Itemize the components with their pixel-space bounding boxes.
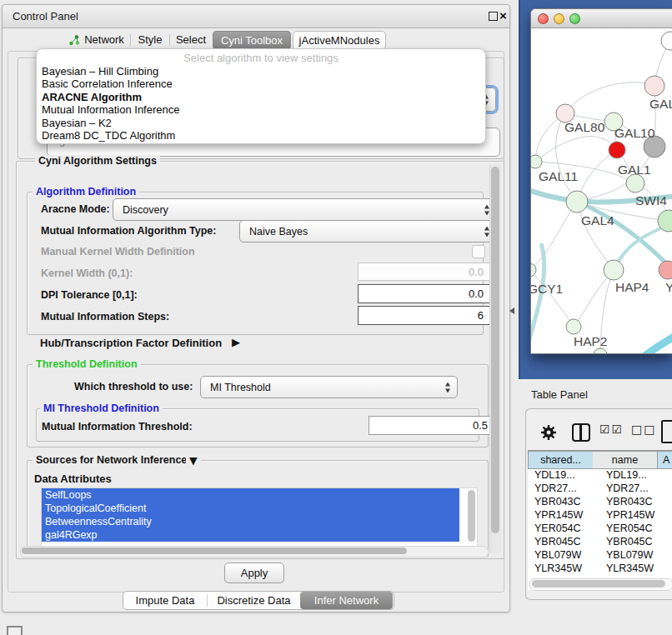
tab-jactivemnodules[interactable]: jActiveMNodules	[293, 31, 386, 50]
attribute-list-item[interactable]: BetweennessCentrality	[42, 515, 459, 528]
mi-steps-label: Mutual Information Steps:	[41, 311, 169, 322]
control-panel-window: Control Panel × Network Style Select Cyn…	[2, 4, 510, 612]
network-node-hap2[interactable]	[566, 319, 581, 334]
table-row[interactable]: YIL053CYIL053C9	[528, 575, 672, 578]
tab-discretize-data[interactable]: Discretize Data	[208, 592, 300, 609]
close-icon[interactable]: ×	[499, 8, 507, 24]
settings-vscrollbar-thumb[interactable]	[491, 167, 499, 533]
network-node-gal[interactable]	[644, 76, 664, 96]
attributes-list-scrollbar[interactable]	[468, 490, 475, 542]
algorithm-option[interactable]: Bayesian – Hill Climbing	[37, 65, 485, 78]
mi-type-combo[interactable]: Naive Bayes	[239, 220, 497, 242]
cyni-settings-group: Cyni Algorithm Settings Algorithm Defini…	[16, 161, 504, 559]
network-node-label: GAL1	[618, 162, 651, 177]
sources-title: Sources for Network Inference	[33, 454, 190, 466]
minimized-panel-icon[interactable]	[7, 626, 23, 635]
table-row[interactable]: YBL079WYBL079W	[528, 548, 672, 562]
dropdown-items: Bayesian – Hill ClimbingBasic Correlatio…	[37, 65, 485, 142]
algorithm-option[interactable]: Mutual Information Inference	[37, 103, 485, 116]
splitpane-collapse-icon[interactable]	[509, 308, 514, 314]
table-row[interactable]: YDR27...YDR27...12	[528, 482, 672, 495]
table-row[interactable]: YLR345WYLR345W9.	[528, 562, 672, 575]
table-row[interactable]: YBR045CYBR045C9.	[528, 535, 672, 548]
network-node-hap4[interactable]	[604, 260, 624, 280]
network-canvas[interactable]: GALGAL80GAL10GAL1GAL11GAL4SWI4GCY1HAP4YH…	[531, 28, 672, 353]
table-row[interactable]: YPR145WYPR145W9.	[528, 508, 672, 522]
algorithm-option[interactable]: ARACNE Algorithm	[37, 91, 485, 103]
cyni-settings-title: Cyni Algorithm Settings	[35, 155, 160, 167]
table-row[interactable]: YER054CYER054C8.	[528, 522, 672, 535]
mi-threshold-field[interactable]: 0.5	[369, 416, 494, 435]
mi-steps-field[interactable]: 6	[358, 306, 490, 325]
tab-network[interactable]: Network	[83, 31, 126, 48]
network-node-gal4[interactable]	[566, 191, 588, 212]
column-header-name[interactable]: name	[593, 451, 658, 469]
dropdown-prompt: Select algorithm to view settings	[37, 49, 485, 65]
network-node-label: HAP4	[615, 280, 649, 294]
network-node-gal1[interactable]	[626, 174, 644, 192]
data-attributes-list: SelfLoopsTopologicalCoefficientBetweenne…	[41, 488, 478, 547]
mi-threshold-title: MI Threshold Definition	[40, 402, 163, 414]
tab-impute-data[interactable]: Impute Data	[123, 592, 207, 609]
network-node-label: GAL10	[614, 126, 655, 140]
threshold-definition-title: Threshold Definition	[33, 358, 141, 370]
algorithm-definition-group: Algorithm Definition Aracne Mode: Discov…	[27, 192, 484, 335]
algorithm-option[interactable]: Basic Correlation Inference	[37, 78, 485, 90]
dpi-tolerance-label: DPI Tolerance [0,1]:	[41, 289, 138, 301]
manual-kernel-checkbox[interactable]	[472, 245, 485, 258]
aracne-mode-combo[interactable]: Discovery	[113, 198, 497, 221]
tab-select[interactable]: Select	[173, 31, 208, 48]
table-row[interactable]: YBR043CYBR043C	[528, 495, 672, 508]
mi-threshold-group: MI Threshold Definition Mutual Informati…	[36, 408, 479, 442]
table-row[interactable]: YDL19...YDL19...13	[528, 468, 672, 482]
algorithm-option[interactable]: Bayesian – K2	[37, 117, 485, 129]
select-all-checkboxes-icon[interactable]: ☑☑	[599, 422, 624, 436]
which-threshold-label: Which threshold to use:	[74, 381, 193, 392]
tab-cyni-toolbox[interactable]: Cyni Toolbox	[213, 31, 291, 50]
kernel-width-label: Kernel Width (0,1):	[41, 268, 133, 279]
gear-icon[interactable]	[540, 424, 557, 444]
network-node[interactable]	[661, 32, 672, 50]
network-node-label: HAP2	[574, 334, 608, 348]
sources-collapse-icon[interactable]: ▼	[186, 454, 201, 467]
network-window: GALGAL80GAL10GAL1GAL11GAL4SWI4GCY1HAP4YH…	[530, 8, 672, 354]
columns-icon[interactable]	[572, 423, 590, 442]
zoom-traffic-light[interactable]	[569, 13, 580, 24]
algorithm-dropdown: Select algorithm to view settings Bayesi…	[36, 48, 486, 144]
close-traffic-light[interactable]	[538, 13, 549, 24]
table-hscrollbar-thumb[interactable]	[532, 580, 665, 588]
table-panel-title: Table Panel	[531, 388, 588, 401]
deselect-all-checkboxes-icon[interactable]: □□	[631, 422, 656, 436]
hub-definition-expander[interactable]: Hub/Transcription Factor Definition	[40, 337, 222, 349]
minimize-traffic-light[interactable]	[554, 13, 564, 24]
network-node-y[interactable]	[659, 261, 672, 279]
network-node[interactable]	[594, 348, 607, 353]
threshold-definition-group: Threshold Definition Which threshold to …	[27, 364, 489, 448]
algorithm-option[interactable]: Dream8 DC_TDC Algorithm	[37, 129, 485, 142]
column-header-partial[interactable]: A	[658, 451, 672, 469]
control-panel-titlebar[interactable]: Control Panel ×	[3, 5, 509, 28]
panel-title: Control Panel	[13, 10, 78, 22]
apply-button[interactable]: Apply	[224, 562, 284, 583]
tab-infer-network[interactable]: Infer Network	[300, 592, 393, 609]
hub-expander-arrow-icon[interactable]: ▶	[232, 336, 240, 348]
float-window-icon[interactable]	[489, 12, 498, 21]
network-node-gal11[interactable]	[531, 155, 542, 168]
mi-type-label: Mutual Information Algorithm Type:	[41, 225, 216, 237]
network-window-titlebar[interactable]	[531, 9, 672, 28]
attribute-list-item[interactable]: gal4RGexp	[42, 528, 459, 542]
table-panel-card: ☑☑ □□ shared... name A YDL19...YDL19...1…	[525, 408, 672, 600]
kernel-width-field[interactable]: 0.0	[358, 262, 490, 281]
which-threshold-combo[interactable]: MI Threshold	[200, 376, 458, 398]
settings-hscrollbar-thumb[interactable]	[22, 548, 407, 554]
dpi-tolerance-field[interactable]: 0.0	[358, 284, 490, 303]
network-node-label: GAL11	[539, 169, 578, 183]
network-node[interactable]	[609, 142, 625, 158]
tab-style[interactable]: Style	[134, 31, 166, 48]
new-table-icon[interactable]	[661, 420, 672, 443]
column-header-shared-name[interactable]: shared...	[528, 451, 594, 469]
attribute-list-item[interactable]: TopologicalCoefficient	[42, 502, 459, 515]
attribute-list-item[interactable]: SelfLoops	[42, 488, 459, 502]
network-icon	[68, 34, 80, 49]
manual-kernel-label: Manual Kernel Width Definition	[41, 246, 195, 258]
